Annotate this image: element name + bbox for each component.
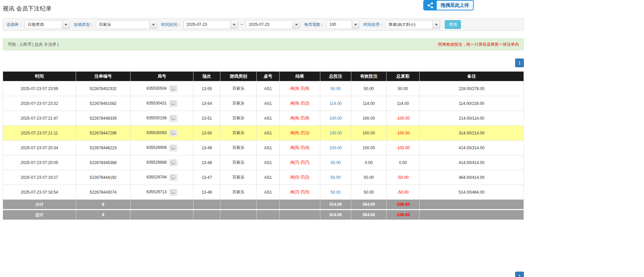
round-result-image-button[interactable] <box>169 145 177 151</box>
round-cell: 635529794 <box>131 170 193 185</box>
page-1-button-bottom[interactable]: 1 <box>515 272 524 277</box>
result-banker: 庄(4) <box>300 145 310 150</box>
sort-order-dropdown-button[interactable] <box>432 21 440 29</box>
round-result-image-button[interactable] <box>169 189 177 196</box>
chevron-down-icon <box>152 24 155 26</box>
round-result-image-button[interactable] <box>169 159 177 166</box>
page-1-button[interactable]: 1 <box>515 58 524 67</box>
column-header-round: 局号 <box>131 72 193 81</box>
round-cell: 635529888 <box>131 155 193 170</box>
total-bet-link[interactable]: 50.00 <box>330 86 341 91</box>
query-type-input[interactable] <box>25 21 62 29</box>
result-cell: 闲(9) 庄(8) <box>280 81 320 96</box>
query-type-dropdown-button[interactable] <box>62 21 69 29</box>
subtotal-payout: -236.00 <box>387 200 420 210</box>
empty-cell <box>257 200 280 210</box>
game-type-cell: 百家乐 <box>220 170 257 185</box>
round-cell: 635530431 <box>131 96 193 111</box>
empty-cell <box>193 200 220 210</box>
date-from-input[interactable] <box>184 21 230 29</box>
table-row[interactable]: 2025-07-23 07:20:05522678445388635529888… <box>3 155 524 170</box>
total-valid-bet: 564.00 <box>351 210 387 220</box>
total-count: 8 <box>76 210 131 220</box>
bet-id-cell: 522678444192 <box>76 170 131 185</box>
table-row[interactable]: 2025-07-23 07:20:34522678446223635529959… <box>3 141 524 155</box>
result-player: 闲(0) <box>290 175 299 180</box>
round-result-image-button[interactable] <box>169 130 177 136</box>
game-type-cell: 百家乐 <box>220 185 257 200</box>
date-to-dropdown-button[interactable] <box>292 21 300 29</box>
round-number: 635529888 <box>146 160 167 165</box>
empty-cell <box>257 210 280 220</box>
table-row[interactable]: 2025-07-23 07:18:54522678443074635529713… <box>3 185 524 200</box>
round-number: 635530063 <box>146 130 167 135</box>
round-result-image-button[interactable] <box>169 174 177 181</box>
total-bet-link[interactable]: 100.00 <box>329 131 342 135</box>
pagination-top: 1 <box>3 58 524 67</box>
table-no-cell: AS1 <box>257 96 280 111</box>
remark-cell: 514.00/464.00 <box>420 185 524 200</box>
result-cell: 闲(6) 庄(8) <box>280 111 320 126</box>
total-bet-link[interactable]: 100.00 <box>329 116 342 121</box>
column-header-total-bet: 总投注 <box>320 72 351 81</box>
total-bet-link[interactable]: 100.00 <box>329 146 342 150</box>
bet-time-cell: 2025-07-23 07:20:34 <box>3 141 76 155</box>
total-bet-cell: 100.00 <box>320 111 351 126</box>
round-result-image-button[interactable] <box>169 100 177 107</box>
valid-bet-cell: 100.00 <box>351 111 387 126</box>
remark-cell: 464.00/414.00 <box>420 170 524 185</box>
date-from-dropdown-button[interactable] <box>230 21 238 29</box>
subtotal-total-bet: 614.00 <box>320 200 351 210</box>
date-to-input[interactable] <box>246 21 292 29</box>
game-type-label: 游戏类别： <box>74 22 94 28</box>
table-row[interactable]: 2025-07-23 07:23:32522678451582635530431… <box>3 96 524 111</box>
session-cell: 13-55 <box>193 81 220 96</box>
round-result-image-button[interactable] <box>169 115 177 122</box>
payout-cell: -50.00 <box>387 170 420 185</box>
total-bet-link[interactable]: 50.00 <box>330 190 341 195</box>
remark-cell: 314.00/214.00 <box>420 126 524 141</box>
column-header-game-type: 游戏类别 <box>220 72 257 81</box>
total-bet-link[interactable]: 114.00 <box>330 101 342 106</box>
search-button[interactable]: 查询 <box>445 20 461 29</box>
date-range-separator: ~ <box>241 22 243 27</box>
page-size-dropdown-button[interactable] <box>352 21 359 29</box>
bet-id-cell: 522678446223 <box>76 141 131 155</box>
valid-bet-cell: 50.00 <box>351 185 387 200</box>
remark-cell: 114.00/228.00 <box>420 96 524 111</box>
bet-time-cell: 2025-07-23 07:19:27 <box>3 170 76 185</box>
valid-bet-cell: 50.00 <box>351 81 387 96</box>
result-player: 闲(7) <box>290 160 299 165</box>
upload-dropzone-button[interactable]: 拖拽至此上传 <box>423 0 474 10</box>
empty-cell <box>193 210 220 220</box>
total-bet-link[interactable]: 50.00 <box>330 160 341 165</box>
session-cell: 13-51 <box>193 111 220 126</box>
result-cell: 闲(7) 庄(7) <box>280 155 320 170</box>
currency-total-info: 币别 : 人民币 | 总共 :8 注单 | <box>8 42 59 47</box>
sort-order-input[interactable] <box>386 21 432 29</box>
valid-bet-cell: 0.00 <box>351 155 387 170</box>
round-number: 635530158 <box>146 116 167 120</box>
query-type-combo <box>25 20 70 29</box>
column-header-result: 结果 <box>280 72 320 81</box>
total-bet-link[interactable]: 50.00 <box>330 175 341 180</box>
chevron-down-icon <box>65 24 67 26</box>
round-result-image-button[interactable] <box>169 85 177 92</box>
table-row[interactable]: 2025-07-23 07:21:11522678447296635530063… <box>3 126 524 141</box>
page-size-input[interactable] <box>327 21 352 29</box>
bet-records-table: 时间 注单编号 局号 场次 游戏类别 桌号 结果 总投注 有效投注 总派彩 备注… <box>3 71 524 220</box>
table-row[interactable]: 2025-07-23 07:23:59522678452332635530504… <box>3 81 524 96</box>
remark-cell: 414.00/414.00 <box>420 155 524 170</box>
game-type-input[interactable] <box>96 21 149 29</box>
round-number: 635530431 <box>146 101 167 106</box>
game-type-cell: 百家乐 <box>220 155 257 170</box>
payout-cell: 114.00 <box>387 96 420 111</box>
table-no-cell: AS1 <box>257 155 280 170</box>
total-label: 总计 <box>3 210 76 220</box>
column-header-table-no: 桌号 <box>257 72 280 81</box>
game-type-dropdown-button[interactable] <box>149 21 157 29</box>
table-row[interactable]: 2025-07-23 07:19:27522678444192635529794… <box>3 170 524 185</box>
table-row[interactable]: 2025-07-23 07:21:47522678448339635530158… <box>3 111 524 126</box>
result-player: 闲(5) <box>290 130 299 135</box>
valid-bet-cell: 50.00 <box>351 170 387 185</box>
